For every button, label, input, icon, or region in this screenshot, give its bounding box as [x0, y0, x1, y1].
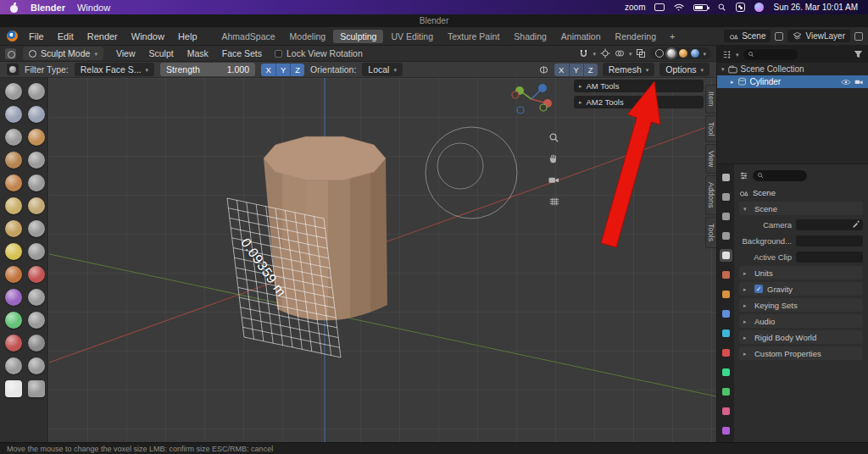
properties-search[interactable] [753, 170, 807, 181]
property-value-camera[interactable] [796, 219, 863, 230]
panel-header-audio[interactable]: ▸Audio [739, 314, 863, 328]
brush-icon-27[interactable] [5, 380, 22, 397]
mode-selector[interactable]: Sculpt Mode▾ [23, 47, 103, 60]
visibility-eye-icon[interactable] [841, 79, 851, 86]
brush-icon-26[interactable] [28, 357, 45, 374]
remesh-dropdown[interactable]: Remesh▾ [603, 63, 655, 76]
brush-icon-24[interactable] [28, 335, 45, 352]
3d-viewport[interactable]: 0.09359 m ▸AM Tools ▸AM2 Tools ItemToolV… [48, 78, 716, 442]
battery-icon[interactable] [693, 4, 708, 11]
brush-icon-12[interactable] [28, 197, 45, 214]
sidebar-tab-addons[interactable]: Addons [705, 175, 716, 215]
panel-header-custom-properties[interactable]: ▸Custom Properties [739, 346, 863, 360]
property-value-active-clip[interactable] [796, 252, 863, 263]
brush-icon-25[interactable] [5, 357, 22, 374]
workspace-tab-ahmadspace[interactable]: AhmadSpace [215, 30, 282, 43]
strength-slider[interactable]: Strength 1.000 [160, 63, 255, 76]
properties-tab-material[interactable] [720, 405, 732, 418]
filter-axis-z[interactable]: Z [290, 64, 304, 76]
brush-icon-13[interactable] [5, 220, 22, 237]
brush-icon-6[interactable] [28, 129, 45, 146]
properties-tab-tool[interactable] [720, 171, 732, 184]
workspace-tab-texture-paint[interactable]: Texture Paint [441, 30, 506, 43]
panel-header-keying-sets[interactable]: ▸Keying Sets [739, 298, 863, 312]
filter-funnel-icon[interactable] [854, 50, 863, 58]
outliner-cylinder-row[interactable]: ▸ Cylinder [717, 75, 868, 88]
brush-icon-16[interactable] [28, 243, 45, 260]
workspace-tab-animation[interactable]: Animation [554, 30, 608, 43]
new-scene-button[interactable] [775, 32, 783, 41]
properties-tab-scene[interactable] [720, 249, 732, 262]
outliner-scene-collection-row[interactable]: ▾ Scene Collection [717, 63, 868, 75]
properties-tab-texture[interactable] [720, 424, 732, 437]
workspace-tab-rendering[interactable]: Rendering [609, 30, 663, 43]
options-dropdown[interactable]: Options▾ [659, 63, 709, 76]
material-shading-icon[interactable] [679, 49, 687, 58]
properties-tab-constraints[interactable] [720, 366, 732, 379]
apple-menu-icon[interactable] [10, 3, 19, 13]
menu-file[interactable]: File [23, 30, 50, 43]
zoom-icon[interactable] [547, 130, 561, 145]
properties-tab-physics[interactable] [720, 346, 732, 359]
brush-icon-8[interactable] [28, 152, 45, 169]
display-icon[interactable] [654, 3, 665, 11]
workspace-tab-shading[interactable]: Shading [507, 30, 554, 43]
workspace-tab-sculpting[interactable]: Sculpting [333, 30, 383, 43]
gravity-checkbox[interactable]: ✓ [754, 285, 763, 293]
brush-icon-17[interactable] [5, 266, 22, 283]
new-viewlayer-button[interactable] [854, 32, 863, 41]
panel-am2-tools[interactable]: ▸AM2 Tools [574, 96, 704, 108]
wifi-icon[interactable] [674, 3, 684, 11]
menu-render[interactable]: Render [81, 30, 124, 43]
brush-icon-2[interactable] [28, 83, 45, 100]
symmetry-axis-x[interactable]: X [554, 64, 569, 76]
eyedropper-icon[interactable] [852, 220, 860, 229]
properties-tab-world[interactable] [720, 269, 732, 281]
lock-view-rotation-toggle[interactable]: Lock View Rotation [275, 48, 363, 58]
brush-icon-20[interactable] [28, 289, 45, 306]
properties-tab-output[interactable] [720, 210, 732, 223]
brush-icon-14[interactable] [28, 220, 45, 237]
spotlight-search-icon[interactable] [717, 3, 726, 12]
brush-icon-5[interactable] [5, 129, 22, 146]
property-value-background[interactable] [796, 235, 863, 246]
sidebar-tab-item[interactable]: Item [705, 85, 716, 114]
orientation-dropdown[interactable]: Local▾ [362, 63, 403, 76]
wireframe-shading-icon[interactable] [655, 49, 664, 58]
symmetry-axis-y[interactable]: Y [569, 64, 583, 76]
brush-icon-3[interactable] [5, 106, 22, 123]
menu-window[interactable]: Window [125, 30, 170, 43]
brush-icon-11[interactable] [5, 197, 22, 214]
menu-edit[interactable]: Edit [52, 30, 80, 43]
rendered-shading-icon[interactable] [691, 49, 699, 58]
properties-editor-icon[interactable] [739, 171, 748, 180]
lock-view-rotation-checkbox[interactable] [275, 50, 282, 58]
brush-icon-4[interactable] [28, 106, 45, 123]
filter-type-dropdown[interactable]: Relax Face S...▾ [75, 63, 154, 76]
properties-tab-view-layer[interactable] [720, 230, 732, 242]
panel-am-tools[interactable]: ▸AM Tools [574, 80, 704, 92]
panel-header-scene[interactable]: ▾Scene [739, 202, 863, 215]
panel-header-gravity[interactable]: ▸✓Gravity [739, 282, 863, 296]
zoom-menu-item[interactable]: zoom [625, 3, 645, 12]
brush-icon-9[interactable] [5, 174, 22, 191]
properties-tab-object[interactable] [720, 288, 732, 301]
viewport-menu-face-sets[interactable]: Face Sets [216, 47, 268, 60]
app-menu[interactable]: Blender [31, 3, 65, 13]
xray-icon[interactable] [636, 48, 646, 58]
properties-tab-modifiers[interactable] [720, 307, 732, 320]
gizmo-toggle-icon[interactable] [600, 48, 610, 58]
workspace-tab-uv-editing[interactable]: UV Editing [384, 30, 440, 43]
brush-icon-15[interactable] [5, 243, 22, 260]
filter-axis-x[interactable]: X [261, 64, 275, 76]
panel-header-units[interactable]: ▸Units [739, 266, 863, 280]
panel-header-rigid-body-world[interactable]: ▸Rigid Body World [739, 330, 863, 344]
brush-icon-1[interactable] [5, 83, 22, 100]
brush-icon-18[interactable] [28, 266, 45, 283]
sidebar-tab-view[interactable]: View [705, 144, 716, 174]
properties-tab-object-data[interactable] [720, 385, 732, 398]
workspace-tab-modeling[interactable]: Modeling [283, 30, 333, 43]
viewlayer-selector[interactable]: ViewLayer [787, 30, 850, 42]
active-tool-icon[interactable] [7, 64, 19, 75]
viewport-menu-view[interactable]: View [110, 47, 142, 60]
